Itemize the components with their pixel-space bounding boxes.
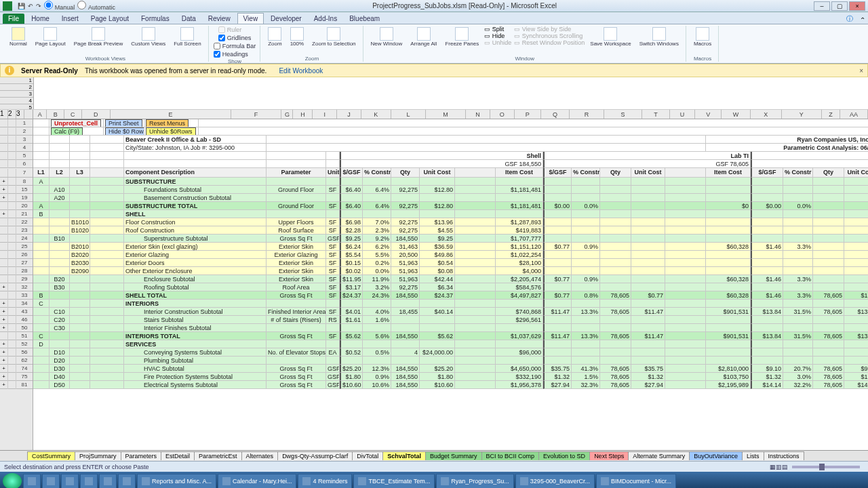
close-button[interactable]: × (849, 1, 865, 11)
tab-developer[interactable]: Developer (265, 14, 307, 24)
tab-lists[interactable]: Lists (742, 451, 764, 460)
print-sheet-button[interactable]: Print Sheet (105, 119, 142, 127)
tab-view[interactable]: View (237, 13, 264, 24)
taskbar-app-7[interactable]: BIMDocument - Micr... (596, 474, 676, 488)
tab-altsummary[interactable]: Alternate Summary (628, 451, 690, 460)
view-page-icon[interactable]: ▥ (776, 464, 782, 470)
tab-file[interactable]: File (3, 14, 24, 24)
close-warning-button[interactable]: × (859, 67, 863, 75)
calc-button[interactable]: Calc (F9) (51, 127, 83, 136)
quick-access-toolbar[interactable]: 💾 ↶ ↷ Manual Automatic (15, 1, 115, 11)
split-button[interactable]: ▭ Split (484, 26, 511, 33)
tab-parameters[interactable]: Parameters (121, 451, 162, 460)
row-gutter[interactable]: 1234567+8+15+1920+212223242526272829+323… (0, 119, 33, 450)
zoom-selection-button[interactable]: Zoom to Selection (309, 26, 358, 48)
taskbar-app-5[interactable]: Ryan_Progress_Su... (436, 474, 514, 488)
custom-views-button[interactable]: Custom Views (128, 26, 168, 48)
tab-bci[interactable]: BCI to BCII Comp (481, 451, 540, 460)
help-icon[interactable]: ⓘ (844, 14, 856, 24)
redo-icon[interactable]: ↷ (36, 3, 41, 9)
tab-bluebeam[interactable]: Bluebeam (344, 14, 385, 24)
full-screen-button[interactable]: Full Screen (171, 26, 203, 48)
tab-instructions[interactable]: Instructions (764, 451, 804, 460)
tab-data[interactable]: Data (176, 14, 201, 24)
taskbar-app-3[interactable]: 4 Reminders (298, 474, 352, 488)
taskbar-app-2[interactable]: Calendar - Mary.Hei... (218, 474, 296, 488)
undo-icon[interactable]: ↶ (28, 3, 33, 9)
ruler-check: Ruler (218, 26, 252, 33)
page-layout-button[interactable]: Page Layout (33, 26, 68, 48)
tab-nextsteps[interactable]: Next Steps (589, 451, 629, 460)
view-normal-icon[interactable]: ▦ (770, 464, 776, 470)
group-show: Show (228, 58, 241, 64)
freeze-panes-button[interactable]: Freeze Panes (442, 26, 481, 48)
tab-dwgs[interactable]: Dwgs-Qty-Assump-Clarf (277, 451, 353, 460)
edit-workbook-link[interactable]: Edit Workbook (279, 67, 323, 75)
save-icon[interactable]: 💾 (18, 3, 25, 9)
tab-page-layout[interactable]: Page Layout (85, 14, 134, 24)
tab-costsummary[interactable]: CostSummary (27, 451, 75, 460)
zoom-100-button[interactable]: 100% (288, 26, 307, 48)
group-zoom: Zoom (305, 56, 319, 62)
page-break-button[interactable]: Page Break Preview (71, 26, 125, 48)
normal-view-button[interactable]: Normal (7, 26, 30, 48)
unprotect-cell-button[interactable]: Unprotect_Cell (51, 119, 101, 127)
arrange-all-button[interactable]: Arrange All (408, 26, 439, 48)
grid[interactable]: Unprotect_Cell Print Sheet Reset Menus C… (33, 119, 868, 450)
zoom-button[interactable]: Zoom (265, 26, 284, 48)
new-window-button[interactable]: New Window (368, 26, 406, 48)
tab-addins[interactable]: Add-Ins (309, 14, 342, 24)
tab-formulas[interactable]: Formulas (136, 14, 175, 24)
headings-check[interactable]: Headings (214, 51, 256, 58)
unhide-button: ▭ Unhide (484, 39, 511, 46)
tab-projsummary[interactable]: ProjSummary (75, 451, 121, 460)
taskbar-app-4[interactable]: TBCE_Estimate Tem... (353, 474, 435, 488)
unhide-rows-button[interactable]: Unhide $0Rows (146, 127, 196, 136)
switch-windows-button[interactable]: Switch Windows (637, 26, 682, 48)
tab-divtotal[interactable]: DivTotal (352, 451, 383, 460)
tab-home[interactable]: Home (26, 14, 55, 24)
taskbar-pinned-3[interactable] (61, 474, 79, 488)
view-break-icon[interactable]: ▤ (782, 464, 788, 470)
tab-insert[interactable]: Insert (56, 14, 84, 24)
calc-auto-radio[interactable]: Automatic (77, 1, 115, 11)
column-headers[interactable]: 123 ABCD EFG HIJKLM NOPQRS TUVWXY ZAA (0, 110, 868, 119)
taskbar-pinned-2[interactable] (42, 474, 60, 488)
sheet-tabs[interactable]: CostSummary ProjSummary Parameters EstDe… (0, 450, 868, 461)
ribbon-minimize-icon[interactable]: ⌃ (857, 16, 868, 24)
tab-review[interactable]: Review (203, 14, 236, 24)
taskbar-pinned-1[interactable] (23, 474, 41, 488)
group-window: Window (515, 56, 534, 62)
gridlines-check[interactable]: Gridlines (218, 35, 252, 41)
ribbon-tabs: File Home Insert Page Layout Formulas Da… (0, 12, 868, 24)
tab-estdetail[interactable]: EstDetail (161, 451, 195, 460)
taskbar[interactable]: Reports and Misc. A... Calendar - Mary.H… (0, 472, 868, 488)
readonly-message: This workbook was opened from a server i… (85, 67, 267, 75)
tab-alternates[interactable]: Alternates (241, 451, 279, 460)
tab-parametricest[interactable]: ParametricEst (194, 451, 242, 460)
taskbar-pinned-5[interactable] (99, 474, 117, 488)
tab-evolution[interactable]: Evolution to SD (538, 451, 590, 460)
macros-button[interactable]: Macros (691, 26, 714, 48)
tab-schvaltotal[interactable]: SchvalTotal (382, 451, 426, 460)
taskbar-app-1[interactable]: Reports and Misc. A... (137, 474, 216, 488)
hide-rows-button[interactable]: Hide $0 Rows (105, 127, 144, 136)
calc-manual-radio[interactable]: Manual (44, 1, 75, 11)
maximize-button[interactable]: ▢ (831, 1, 848, 11)
titlebar: 💾 ↶ ↷ Manual Automatic ProjectProgress_S… (0, 0, 868, 12)
save-workspace-button[interactable]: Save Workspace (587, 26, 633, 48)
info-icon: i (5, 66, 14, 75)
taskbar-pinned-4[interactable] (80, 474, 98, 488)
hide-button[interactable]: ▭ Hide (484, 33, 511, 39)
zoom-slider[interactable] (792, 466, 860, 468)
worksheet[interactable]: 1234567+8+15+1920+212223242526272829+323… (0, 119, 868, 450)
tab-buyout[interactable]: BuyOutVariance (689, 451, 743, 460)
tab-budget[interactable]: Budget Summary (425, 451, 482, 460)
taskbar-pinned-6[interactable] (118, 474, 136, 488)
start-button[interactable] (3, 473, 22, 488)
taskbar-app-6[interactable]: 3295-000_BeaverCr... (515, 474, 595, 488)
reset-menus-button[interactable]: Reset Menus (146, 119, 189, 127)
minimize-button[interactable]: – (814, 1, 830, 11)
excel-icon (3, 1, 12, 11)
formula-bar-check[interactable]: Formula Bar (214, 43, 256, 49)
